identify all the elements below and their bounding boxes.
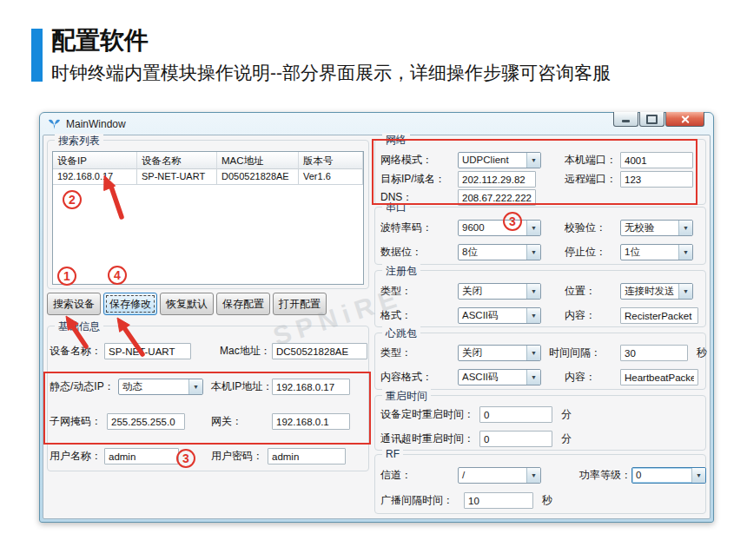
minimize-button[interactable] — [613, 112, 638, 127]
mac-field[interactable] — [272, 343, 367, 359]
net-mode-select[interactable]: UDPClient▼ — [458, 152, 541, 168]
group-heartbeat: 心跳包 类型： 关闭▼ 时间间隔： 秒 内容格式： ASCII码▼ 内容： — [374, 333, 706, 390]
group-basic-info-legend: 基础信息 — [55, 320, 103, 334]
gateway-field[interactable] — [272, 413, 350, 430]
save-changes-button[interactable]: 保存修改 — [103, 293, 157, 315]
heartbeat-interval-label: 时间间隔： — [549, 345, 601, 361]
accent-bar — [31, 29, 43, 82]
timeout-restart-unit: 分 — [561, 431, 572, 447]
local-port-label: 本机端口： — [565, 152, 617, 168]
device-list-header[interactable]: 设备IP 设备名称 MAC地址 版本号 — [53, 152, 363, 169]
col-mac[interactable]: MAC地址 — [217, 152, 299, 169]
timed-restart-unit: 分 — [561, 406, 572, 423]
heartbeat-interval-field[interactable] — [620, 345, 688, 361]
group-rf: RF 信道： /▼ 功率等级： 0▼ 广播间隔时间： 秒 — [374, 454, 706, 514]
group-network-legend: 网络 — [382, 133, 410, 148]
timed-restart-field[interactable] — [479, 406, 552, 423]
save-config-button[interactable]: 保存配置 — [216, 293, 270, 315]
heartbeat-format-label: 内容格式： — [380, 369, 433, 385]
device-list[interactable]: 设备IP 设备名称 MAC地址 版本号 192.168.0.17 SP-NET-… — [52, 151, 364, 285]
power-level-label: 功率等级： — [579, 467, 631, 484]
chevron-down-icon: ▼ — [526, 308, 540, 323]
subnet-field[interactable] — [107, 413, 185, 430]
password-label: 用户密码： — [211, 448, 263, 464]
register-content-field[interactable] — [620, 307, 698, 324]
cell-device-ip[interactable]: 192.168.0.17 — [53, 169, 137, 185]
timeout-restart-field[interactable] — [479, 431, 552, 447]
broadcast-interval-unit: 秒 — [542, 492, 552, 509]
heartbeat-content-field[interactable] — [620, 369, 698, 385]
chevron-down-icon: ▼ — [526, 245, 540, 260]
dest-ip-field[interactable] — [458, 171, 536, 188]
group-basic-info: 基础信息 设备名称： Mac地址： 静态/动态IP： 动态 ▼ 本机IP地址： … — [47, 326, 369, 471]
power-level-select[interactable]: 0▼ — [631, 467, 706, 484]
chevron-down-icon: ▼ — [188, 379, 202, 394]
remote-port-field[interactable] — [620, 171, 693, 188]
databits-label: 数据位： — [380, 244, 422, 260]
chevron-down-icon: ▼ — [526, 468, 540, 483]
col-version[interactable]: 版本号 — [299, 152, 363, 169]
stopbits-select[interactable]: 1位▼ — [620, 244, 693, 260]
timed-restart-label: 设备定时重启时间： — [380, 406, 474, 423]
username-field[interactable] — [104, 448, 179, 464]
maximize-icon — [646, 115, 658, 124]
group-serial-legend: 串口 — [382, 201, 410, 215]
main-window: MainWindow 搜索列表 设备IP 设备名称 MAC地址 版本号 192.… — [39, 112, 714, 523]
remote-port-label: 远程端口： — [565, 171, 617, 188]
heartbeat-content-label: 内容： — [565, 369, 596, 385]
restore-default-button[interactable]: 恢复默认 — [160, 293, 214, 315]
chevron-down-icon: ▼ — [526, 370, 540, 385]
net-mode-label: 网络模式： — [380, 152, 433, 168]
col-device-name[interactable]: 设备名称 — [137, 152, 217, 169]
dest-ip-label: 目标IP/域名： — [380, 171, 446, 188]
window-client-area: 搜索列表 设备IP 设备名称 MAC地址 版本号 192.168.0.17 SP… — [43, 135, 711, 519]
register-format-select[interactable]: ASCII码▼ — [458, 307, 541, 324]
baud-select[interactable]: 9600▼ — [458, 220, 541, 236]
register-content-label: 内容： — [565, 307, 596, 324]
chevron-down-icon: ▼ — [526, 284, 540, 299]
open-config-button[interactable]: 打开配置 — [273, 293, 327, 315]
heartbeat-format-select[interactable]: ASCII码▼ — [458, 369, 541, 385]
maximize-button[interactable] — [639, 112, 664, 127]
baud-label: 波特率码： — [380, 220, 433, 236]
ip-mode-select[interactable]: 动态 ▼ — [118, 379, 203, 395]
mac-label: Mac地址： — [220, 343, 271, 359]
register-type-select[interactable]: 关闭▼ — [458, 283, 541, 300]
password-field[interactable] — [268, 448, 346, 464]
gateway-label: 网关： — [211, 413, 242, 430]
group-serial: 串口 波特率码： 9600▼ 校验位： 无校验▼ 数据位： 8位▼ 停止位： 1… — [374, 207, 706, 265]
device-name-field[interactable] — [104, 343, 191, 359]
register-timing-select[interactable]: 连接时发送▼ — [620, 283, 693, 300]
minimize-icon — [622, 120, 630, 122]
register-timing-label: 位置： — [565, 283, 596, 300]
window-title: MainWindow — [66, 118, 126, 130]
group-search-list: 搜索列表 设备IP 设备名称 MAC地址 版本号 192.168.0.17 SP… — [47, 140, 369, 289]
table-row[interactable]: 192.168.0.17 SP-NET-UART D050521828AE Ve… — [53, 169, 363, 185]
register-type-label: 类型： — [380, 283, 412, 300]
group-rf-legend: RF — [382, 448, 403, 460]
ip-mode-label: 静态/动态IP： — [50, 379, 115, 395]
dns-field[interactable] — [458, 189, 536, 206]
close-icon — [680, 115, 690, 124]
heartbeat-interval-unit: 秒 — [697, 345, 707, 361]
broadcast-interval-field[interactable] — [464, 492, 533, 509]
chevron-down-icon: ▼ — [691, 468, 705, 483]
cell-device-name[interactable]: SP-NET-UART — [137, 169, 217, 185]
close-button[interactable] — [665, 112, 704, 127]
heartbeat-type-select[interactable]: 关闭▼ — [458, 345, 541, 361]
timeout-restart-label: 通讯超时重启时间： — [380, 431, 474, 447]
chevron-down-icon: ▼ — [526, 346, 540, 360]
username-label: 用户名称： — [50, 448, 102, 464]
channel-select[interactable]: /▼ — [458, 467, 541, 484]
group-heartbeat-legend: 心跳包 — [382, 326, 420, 341]
group-restart: 重启时间 设备定时重启时间： 分 通讯超时重启时间： 分 — [374, 395, 706, 451]
databits-select[interactable]: 8位▼ — [458, 244, 541, 260]
cell-version[interactable]: Ver1.6 — [299, 169, 363, 185]
local-port-field[interactable] — [620, 152, 693, 168]
search-device-button[interactable]: 搜索设备 — [47, 293, 101, 315]
chevron-down-icon: ▼ — [678, 221, 692, 235]
cell-mac[interactable]: D050521828AE — [217, 169, 299, 185]
col-device-ip[interactable]: 设备IP — [53, 152, 137, 169]
parity-select[interactable]: 无校验▼ — [620, 220, 693, 236]
local-ip-field[interactable] — [272, 379, 350, 395]
